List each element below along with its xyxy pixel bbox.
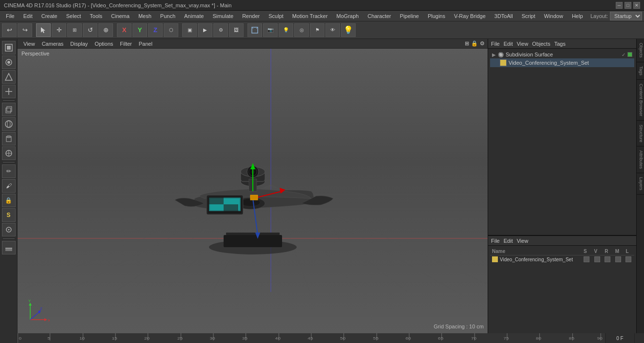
menu-render[interactable]: Render: [238, 12, 264, 20]
lp-mode-button-1[interactable]: [2, 41, 16, 54]
redo-button[interactable]: ↪: [18, 23, 32, 37]
axis-indicator: X Y Z: [25, 299, 50, 324]
timeline-scroll[interactable]: [634, 333, 644, 343]
scale-tool-button[interactable]: ⊞: [67, 23, 82, 37]
tab-layers[interactable]: Layers: [637, 173, 644, 195]
menu-select[interactable]: Select: [62, 12, 85, 20]
rp-edit[interactable]: Edit: [504, 41, 513, 47]
lp-mode-button-3[interactable]: [2, 70, 16, 84]
z-axis-button[interactable]: Z: [148, 23, 163, 37]
menu-window[interactable]: Window: [540, 12, 567, 20]
lp-cube-button[interactable]: [2, 103, 16, 116]
y-axis-button[interactable]: Y: [133, 23, 147, 37]
rp-tags[interactable]: Tags: [554, 41, 566, 47]
lp-mode-button-4[interactable]: [2, 85, 16, 98]
col-v-val[interactable]: [594, 256, 600, 262]
tab-structure[interactable]: Structure: [637, 121, 644, 147]
close-button[interactable]: ✕: [633, 2, 640, 9]
viewport[interactable]: X Y Z Perspective Grid Spacing : 10 cm: [18, 49, 488, 333]
transform-button[interactable]: ⊕: [98, 23, 113, 37]
menu-create[interactable]: Create: [38, 12, 61, 20]
vh-filter[interactable]: Filter: [117, 41, 134, 47]
menu-help[interactable]: Help: [568, 12, 587, 20]
vh-cameras[interactable]: Cameras: [39, 41, 67, 47]
tab-objects[interactable]: Objects: [637, 39, 644, 62]
camera-button[interactable]: 📷: [263, 23, 278, 37]
table-row[interactable]: Video_Conferencing_System_Set: [490, 255, 634, 264]
rp-objects[interactable]: Objects: [532, 41, 550, 47]
lp-separator-1: [3, 100, 15, 101]
menu-pipeline[interactable]: Pipeline: [396, 12, 423, 20]
select-tool-button[interactable]: [36, 23, 51, 37]
bulb-button[interactable]: 💡: [341, 23, 356, 37]
maximize-button[interactable]: □: [625, 2, 631, 9]
lp-paint-button[interactable]: 🖌: [2, 179, 16, 193]
vh-display[interactable]: Display: [67, 41, 91, 47]
move-tool-button[interactable]: ✛: [52, 23, 66, 37]
menu-tools[interactable]: Tools: [86, 12, 106, 20]
vh-icon-1[interactable]: ⊞: [465, 40, 469, 47]
render-settings-button[interactable]: ⚙: [213, 23, 228, 37]
rotate-tool-button[interactable]: ↺: [83, 23, 97, 37]
menu-file[interactable]: File: [2, 12, 19, 20]
cube-view-button[interactable]: [247, 23, 262, 37]
menu-script[interactable]: Script: [518, 12, 539, 20]
col-r-val[interactable]: [605, 256, 610, 262]
lp-pen-button[interactable]: ✏: [2, 164, 16, 178]
menu-animate[interactable]: Animate: [180, 12, 208, 20]
svg-rect-21: [5, 248, 12, 251]
undo-button[interactable]: ↩: [2, 23, 17, 37]
lp-null-button[interactable]: [2, 146, 16, 160]
x-axis-button[interactable]: X: [117, 23, 132, 37]
picture-viewer-button[interactable]: 🖼: [229, 23, 244, 37]
tag-button[interactable]: ⚑: [310, 23, 324, 37]
vh-options[interactable]: Options: [92, 41, 116, 47]
menu-vray[interactable]: V-Ray Bridge: [450, 12, 490, 20]
lp-floor-button[interactable]: [2, 241, 16, 254]
menu-cinema[interactable]: Cinema: [107, 12, 133, 20]
lp-cylinder-button[interactable]: [2, 132, 16, 145]
col-l-val[interactable]: [625, 256, 631, 262]
lp-s-button[interactable]: S: [2, 208, 16, 222]
rp-view[interactable]: View: [517, 41, 529, 47]
col-s-val[interactable]: [584, 256, 589, 262]
timeline-ruler-ticks: 0 5 10 15 20 25 30 35 40 45 50: [18, 333, 605, 343]
menu-mesh[interactable]: Mesh: [134, 12, 155, 20]
col-m-val[interactable]: [615, 256, 621, 262]
menu-edit[interactable]: Edit: [19, 12, 37, 20]
menu-sculpt[interactable]: Sculpt: [265, 12, 287, 20]
tab-content-browser[interactable]: Content Browser: [637, 80, 644, 121]
render-region-button[interactable]: ▣: [182, 23, 197, 37]
minimize-button[interactable]: ─: [616, 2, 623, 9]
menu-punch[interactable]: Punch: [156, 12, 179, 20]
menu-mograph[interactable]: MoGraph: [333, 12, 363, 20]
material-button[interactable]: ◎: [294, 23, 309, 37]
rp-file[interactable]: File: [491, 41, 500, 47]
menu-plugins[interactable]: Plugins: [424, 12, 449, 20]
layout-dropdown[interactable]: Startup: [610, 12, 642, 20]
tree-item-subdivision[interactable]: ▶ 🔘 Subdivision Surface ✓: [490, 51, 634, 58]
menu-motion-tracker[interactable]: Motion Tracker: [288, 12, 332, 20]
lp-sphere-button[interactable]: [2, 117, 16, 131]
rp-b-file[interactable]: File: [491, 238, 500, 244]
menu-3dtoall[interactable]: 3DToAll: [491, 12, 517, 20]
svg-text:25: 25: [177, 336, 183, 341]
menu-character[interactable]: Character: [363, 12, 395, 20]
vh-panel[interactable]: Panel: [136, 41, 155, 47]
vh-icon-2[interactable]: 🔒: [471, 40, 478, 47]
rp-b-view[interactable]: View: [517, 238, 529, 244]
menu-simulate[interactable]: Simulate: [208, 12, 237, 20]
lp-mode-button-2[interactable]: [2, 55, 16, 69]
coord-button[interactable]: ⬡: [164, 23, 178, 37]
vh-icon-3[interactable]: ⚙: [480, 40, 485, 47]
lp-magnet-button[interactable]: 🔒: [2, 194, 16, 207]
lp-snap-button[interactable]: [2, 223, 16, 236]
tab-tags[interactable]: Tags: [637, 62, 644, 80]
rp-b-edit[interactable]: Edit: [504, 238, 513, 244]
light-button[interactable]: 💡: [279, 23, 293, 37]
tab-attributes[interactable]: Attributes: [637, 146, 644, 173]
display-button[interactable]: 👁: [325, 23, 340, 37]
render-view-button[interactable]: ▶: [198, 23, 212, 37]
tree-item-video-conf[interactable]: Video_Conferencing_System_Set: [490, 58, 634, 67]
vh-view[interactable]: View: [20, 41, 38, 47]
